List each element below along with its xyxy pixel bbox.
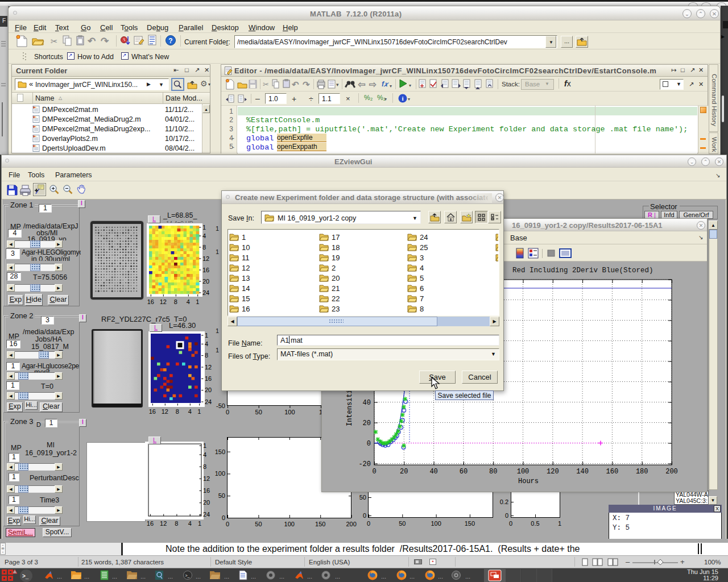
svg-text:140: 140 — [576, 468, 589, 476]
svg-text:50: 50 — [255, 521, 262, 527]
svg-text:⇦: ⇦ — [358, 80, 366, 89]
svg-text:40: 40 — [363, 399, 371, 407]
svg-text:1: 1 — [198, 520, 201, 527]
svg-text:0: 0 — [226, 409, 229, 415]
svg-text:50: 50 — [399, 520, 406, 527]
svg-text:▾: ▾ — [390, 84, 392, 89]
svg-text:50: 50 — [218, 492, 225, 499]
svg-text:8: 8 — [176, 408, 179, 415]
svg-text:Intensiti: Intensiti — [346, 389, 354, 426]
svg-text:150: 150 — [315, 521, 325, 527]
svg-text:16: 16 — [147, 298, 154, 305]
svg-text:150: 150 — [465, 520, 475, 527]
svg-text:4: 4 — [188, 520, 192, 527]
svg-text:100: 100 — [517, 468, 530, 476]
svg-text:20: 20 — [400, 468, 408, 476]
svg-text:0: 0 — [226, 521, 229, 527]
svg-text:8: 8 — [174, 298, 177, 305]
svg-text:4: 4 — [205, 340, 208, 347]
svg-text:60: 60 — [460, 468, 468, 476]
svg-text:100: 100 — [431, 520, 441, 527]
svg-text:1: 1 — [203, 442, 206, 449]
svg-text:↷: ↷ — [303, 80, 310, 89]
svg-text:0: 0 — [363, 512, 366, 519]
svg-text:0: 0 — [367, 440, 371, 448]
svg-text:4: 4 — [188, 408, 192, 415]
svg-text:▾: ▾ — [336, 82, 339, 88]
svg-text:f𝑥: f𝑥 — [382, 80, 389, 88]
svg-text:1: 1 — [197, 408, 201, 415]
svg-text:-20: -20 — [358, 460, 371, 468]
svg-text:1: 1 — [205, 332, 208, 339]
svg-text:40: 40 — [429, 468, 437, 476]
svg-text:16: 16 — [202, 267, 209, 273]
svg-text:16: 16 — [205, 375, 212, 382]
svg-text:12: 12 — [202, 255, 209, 262]
svg-text:8: 8 — [205, 352, 208, 359]
svg-text:-50: -50 — [216, 402, 225, 409]
svg-text:4: 4 — [203, 451, 206, 458]
svg-text:1: 1 — [558, 520, 561, 527]
svg-text:100: 100 — [215, 470, 225, 477]
svg-text:✂: ✂ — [51, 36, 58, 46]
svg-text:150: 150 — [215, 448, 225, 455]
svg-text:▾: ▾ — [409, 83, 411, 88]
svg-text:200: 200 — [665, 468, 678, 476]
svg-text:20: 20 — [203, 499, 210, 506]
svg-text:20: 20 — [205, 386, 212, 393]
svg-text:20: 20 — [363, 419, 371, 427]
svg-text:8: 8 — [202, 244, 206, 251]
svg-text:0.2: 0.2 — [500, 498, 508, 505]
svg-text:180: 180 — [636, 468, 648, 476]
svg-text:16: 16 — [147, 520, 154, 527]
svg-text:50: 50 — [359, 494, 366, 501]
svg-text:1: 1 — [202, 224, 206, 231]
svg-text:i: i — [402, 95, 403, 102]
svg-text:8: 8 — [203, 463, 206, 470]
svg-text:160: 160 — [606, 468, 619, 476]
svg-text:12: 12 — [203, 475, 210, 482]
svg-text:16: 16 — [203, 487, 210, 494]
svg-text:⇨: ⇨ — [369, 80, 377, 89]
svg-text:>_: >_ — [185, 573, 190, 578]
svg-text:>_: >_ — [22, 573, 29, 579]
svg-text:4: 4 — [202, 232, 206, 239]
svg-text:120: 120 — [547, 468, 559, 476]
svg-text:80: 80 — [489, 468, 497, 476]
svg-text:↶: ↶ — [291, 80, 299, 89]
svg-text:50: 50 — [255, 409, 262, 415]
svg-text:Hours: Hours — [518, 477, 539, 485]
svg-text:1: 1 — [196, 298, 199, 305]
svg-text:✂: ✂ — [263, 80, 269, 89]
svg-text:16: 16 — [149, 408, 156, 415]
svg-text:12: 12 — [162, 408, 168, 415]
svg-text:12: 12 — [205, 364, 212, 371]
svg-text:↷: ↷ — [101, 36, 109, 47]
svg-text:0.5: 0.5 — [531, 520, 539, 527]
svg-text:–: – — [255, 94, 260, 103]
svg-text:0: 0 — [509, 520, 512, 527]
svg-text:12: 12 — [160, 520, 167, 527]
svg-text:100: 100 — [284, 409, 295, 415]
svg-text:?: ? — [168, 37, 172, 45]
svg-text:8: 8 — [175, 520, 178, 527]
svg-text:24: 24 — [202, 289, 209, 296]
svg-text:100: 100 — [284, 521, 295, 527]
svg-text:0: 0 — [372, 468, 376, 476]
svg-text:12: 12 — [160, 298, 167, 305]
svg-text:0: 0 — [222, 514, 225, 521]
svg-text:20: 20 — [202, 278, 209, 285]
svg-text:0: 0 — [367, 520, 370, 527]
svg-text:24: 24 — [203, 511, 210, 518]
svg-text:0: 0 — [505, 512, 508, 519]
svg-text:4: 4 — [187, 298, 190, 305]
svg-text:↶: ↶ — [87, 36, 96, 47]
